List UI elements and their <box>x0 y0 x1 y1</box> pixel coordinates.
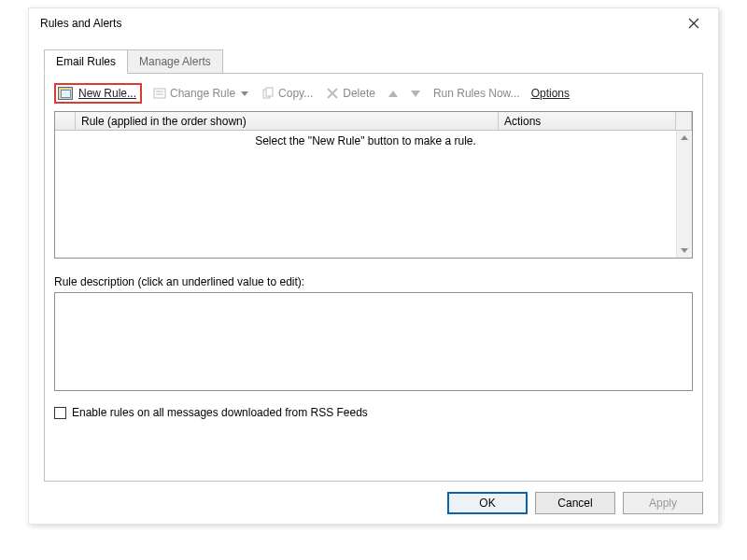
new-rule-label: New Rule... <box>78 87 136 100</box>
tab-strip: Email Rules Manage Alerts <box>44 49 703 74</box>
new-rule-button[interactable]: New Rule... <box>77 85 138 102</box>
rules-col-scroll-header <box>676 112 692 130</box>
scroll-down-button[interactable] <box>678 244 692 258</box>
options-button[interactable]: Options <box>531 87 570 100</box>
change-rule-label: Change Rule <box>170 87 235 100</box>
rule-description-box[interactable] <box>54 292 693 391</box>
svg-rect-6 <box>266 88 273 96</box>
rules-col-rule[interactable]: Rule (applied in the order shown) <box>76 112 499 130</box>
move-up-button[interactable] <box>387 89 400 99</box>
copy-icon <box>261 87 275 100</box>
rules-col-actions[interactable]: Actions <box>499 112 676 130</box>
new-rule-icon <box>58 87 73 100</box>
delete-rule-label: Delete <box>343 87 375 100</box>
change-rule-icon <box>153 87 166 100</box>
rules-col-checkbox[interactable] <box>55 112 76 130</box>
dialog-footer: OK Cancel Apply <box>447 492 703 514</box>
scroll-up-button[interactable] <box>678 131 692 145</box>
scroll-up-icon <box>681 135 688 140</box>
rss-enable-checkbox[interactable] <box>54 407 66 419</box>
apply-button[interactable]: Apply <box>623 492 703 514</box>
new-rule-highlight: New Rule... <box>54 83 142 104</box>
rss-enable-row: Enable rules on all messages downloaded … <box>54 406 693 419</box>
arrow-down-icon <box>411 91 420 97</box>
window-title: Rules and Alerts <box>40 17 675 30</box>
rule-description-label: Rule description (click an underlined va… <box>54 275 693 288</box>
change-rule-button[interactable]: Change Rule <box>151 85 250 102</box>
rules-toolbar: New Rule... Change Rule <box>54 81 693 105</box>
close-icon <box>688 18 699 29</box>
titlebar: Rules and Alerts <box>29 8 718 38</box>
rules-scrollbar[interactable] <box>676 131 692 258</box>
copy-rule-label: Copy... <box>278 87 313 100</box>
rules-and-alerts-dialog: Rules and Alerts Email Rules Manage Aler… <box>28 7 719 525</box>
delete-rule-button[interactable]: Delete <box>324 85 377 102</box>
delete-icon <box>326 87 339 100</box>
rules-table-body: Select the "New Rule" button to make a r… <box>55 131 692 258</box>
move-down-button[interactable] <box>409 89 422 99</box>
rules-table-header: Rule (applied in the order shown) Action… <box>55 112 692 131</box>
svg-rect-2 <box>154 89 165 98</box>
rules-empty-message: Select the "New Rule" button to make a r… <box>55 131 676 258</box>
arrow-up-icon <box>388 91 398 97</box>
run-rules-now-button[interactable]: Run Rules Now... <box>431 85 522 102</box>
rss-enable-label: Enable rules on all messages downloaded … <box>72 406 368 419</box>
ok-button[interactable]: OK <box>447 492 528 514</box>
copy-rule-button[interactable]: Copy... <box>260 85 315 102</box>
run-rules-now-label: Run Rules Now... <box>433 87 520 100</box>
chevron-down-icon <box>241 91 248 96</box>
dialog-body: Email Rules Manage Alerts New Rule... <box>29 38 718 482</box>
cancel-button[interactable]: Cancel <box>535 492 615 514</box>
tab-panel-email-rules: New Rule... Change Rule <box>44 73 703 482</box>
close-button[interactable] <box>675 10 712 36</box>
tab-manage-alerts[interactable]: Manage Alerts <box>127 49 223 74</box>
tab-email-rules[interactable]: Email Rules <box>44 49 128 74</box>
options-label: Options <box>531 87 570 100</box>
rules-table: Rule (applied in the order shown) Action… <box>54 111 693 259</box>
scroll-down-icon <box>681 248 688 253</box>
